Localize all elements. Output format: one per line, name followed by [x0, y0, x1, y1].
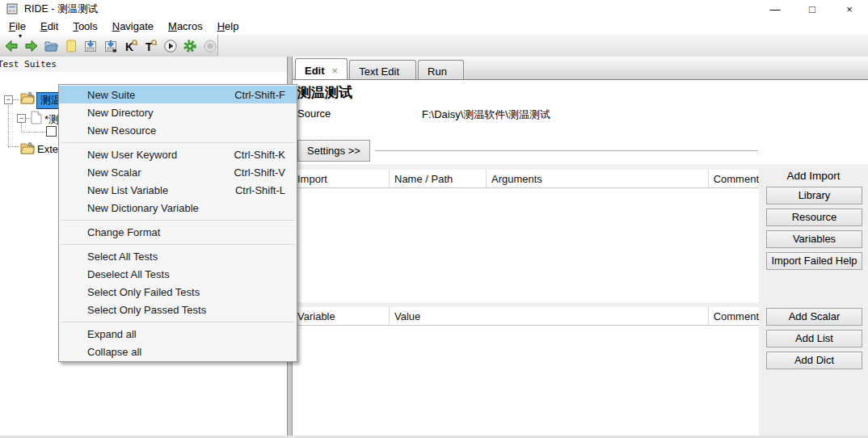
add-scalar-button[interactable]: Add Scalar: [766, 308, 862, 326]
menu-item-new-user-keyword[interactable]: New User Keyword Ctrl-Shift-K: [59, 145, 297, 163]
search-keywords-icon[interactable]: K: [123, 38, 138, 54]
column-header[interactable]: Import: [293, 170, 390, 187]
actions-sidebar: Add Import LibraryResourceVariablesImpor…: [759, 164, 868, 438]
variable-table[interactable]: VariableValueComment: [293, 307, 759, 438]
toolbar-overflow-icon[interactable]: ▾: [19, 33, 22, 40]
column-header[interactable]: Variable: [293, 307, 390, 325]
app-icon: [6, 3, 18, 15]
save-all-icon[interactable]: [103, 38, 119, 54]
menu-edit[interactable]: Edit: [33, 20, 65, 32]
tree-connector: [21, 132, 46, 133]
menu-item-new-suite[interactable]: New Suite Ctrl-Shift-F: [59, 86, 297, 103]
titlebar: RIDE - 测温测试 —□×: [0, 0, 868, 18]
column-header[interactable]: Arguments: [487, 170, 709, 187]
menu-separator[interactable]: [59, 139, 297, 145]
suite-title: 测温测试: [297, 83, 352, 102]
tree-collapse-toggle[interactable]: −: [17, 114, 26, 123]
search-tests-icon[interactable]: T: [143, 38, 158, 54]
menu-item-change-format[interactable]: Change Format: [59, 223, 297, 241]
test-case-checkbox[interactable]: [46, 126, 57, 137]
tab-run[interactable]: Run: [418, 60, 464, 79]
menu-separator[interactable]: [59, 241, 297, 247]
run-debug-icon[interactable]: [183, 38, 198, 54]
tab-edit[interactable]: Edit×: [295, 58, 348, 79]
tab-text-edit[interactable]: Text Edit: [349, 60, 416, 79]
tree-connector: [8, 102, 9, 148]
tree-connector: [8, 146, 21, 147]
suite-file-icon: [30, 111, 42, 127]
menu-item-new-dictionary-variable[interactable]: New Dictionary Variable: [59, 199, 297, 217]
menu-item-new-resource[interactable]: New Resource: [59, 121, 297, 139]
settings-toggle-button[interactable]: Settings >>: [297, 140, 370, 162]
import-table[interactable]: ImportName / PathArgumentsComment: [293, 170, 759, 302]
column-header[interactable]: Comment: [709, 307, 759, 325]
import-buttons: LibraryResourceVariablesImport Failed He…: [766, 187, 862, 270]
maximize-button[interactable]: □: [794, 0, 831, 18]
menu-navigate[interactable]: Navigate: [105, 20, 161, 32]
tabbar: Edit×Text EditRun: [293, 57, 868, 80]
minimize-button[interactable]: —: [756, 0, 794, 18]
menu-macros[interactable]: Macros: [161, 20, 210, 32]
stop-icon[interactable]: [202, 38, 217, 54]
column-header[interactable]: Value: [390, 307, 709, 325]
menu-item-select-only-passed-tests[interactable]: Select Only Passed Tests: [59, 301, 297, 318]
settings-divider: [375, 150, 758, 151]
menubar: FileEditToolsNavigateMacrosHelp: [0, 18, 868, 35]
add-list-button[interactable]: Add List: [766, 330, 862, 347]
menu-item-deselect-all-tests[interactable]: Deselect All Tests: [59, 265, 297, 283]
source-label: Source: [297, 107, 331, 120]
toolbar-group: K T: [0, 35, 218, 57]
add-dict-button[interactable]: Add Dict: [766, 352, 862, 369]
import-failed-help-button[interactable]: Import Failed Help: [766, 252, 862, 270]
window-controls: —□×: [756, 0, 868, 18]
column-header[interactable]: Name / Path: [390, 170, 487, 187]
variable-table-header: VariableValueComment: [293, 307, 759, 326]
panel-header-test-suites: Test Suites: [0, 57, 288, 72]
menu-item-select-only-failed-tests[interactable]: Select Only Failed Tests: [59, 283, 297, 301]
menu-item-expand-all[interactable]: Expand all: [59, 325, 297, 343]
variables-button[interactable]: Variables: [766, 230, 862, 248]
menu-separator[interactable]: [59, 217, 297, 223]
menu-item-new-list-variable[interactable]: New List Variable Ctrl-Shift-L: [59, 181, 297, 199]
import-table-header: ImportName / PathArgumentsComment: [293, 170, 759, 188]
menu-tools[interactable]: Tools: [65, 20, 104, 32]
new-file-icon[interactable]: [64, 38, 79, 54]
menu-separator[interactable]: [59, 318, 297, 325]
library-button[interactable]: Library: [766, 187, 862, 204]
menu-item-collapse-all[interactable]: Collapse all: [59, 343, 297, 360]
variable-buttons: Add ScalarAdd ListAdd Dict: [766, 308, 862, 369]
add-import-label: Add Import: [759, 170, 868, 182]
menu-file[interactable]: File: [2, 20, 33, 32]
source-path: F:\Daisy\测温软件\测温测试: [422, 107, 550, 122]
menu-item-new-directory[interactable]: New Directory: [59, 103, 297, 121]
save-icon[interactable]: [83, 38, 99, 54]
tree-context-menu: New Suite Ctrl-Shift-F New Directory New…: [58, 84, 297, 362]
close-button[interactable]: ×: [831, 0, 868, 18]
column-header[interactable]: Comment: [709, 170, 759, 187]
forward-icon[interactable]: [24, 38, 40, 54]
suite-folder-icon: [20, 91, 35, 107]
menu-item-new-scalar[interactable]: New Scalar Ctrl-Shift-V: [59, 163, 297, 181]
back-icon[interactable]: [4, 38, 19, 54]
open-folder-icon[interactable]: [44, 38, 59, 54]
window-title: RIDE - 测温测试: [24, 2, 98, 16]
resource-button[interactable]: Resource: [766, 208, 862, 226]
tree-collapse-toggle[interactable]: −: [4, 95, 13, 104]
menu-help[interactable]: Help: [210, 20, 246, 32]
toolbar: K T ▾: [0, 35, 868, 57]
editor-panel: Edit×Text EditRun 测温测试 Source F:\Daisy\测…: [293, 57, 868, 438]
menu-item-select-all-tests[interactable]: Select All Tests: [59, 247, 297, 265]
external-resources-folder-icon: [20, 141, 35, 157]
run-icon[interactable]: [162, 38, 178, 54]
tab-close-icon[interactable]: ×: [332, 65, 339, 77]
edit-tab-content: 测温测试 Source F:\Daisy\测温软件\测温测试 Settings …: [293, 80, 868, 438]
